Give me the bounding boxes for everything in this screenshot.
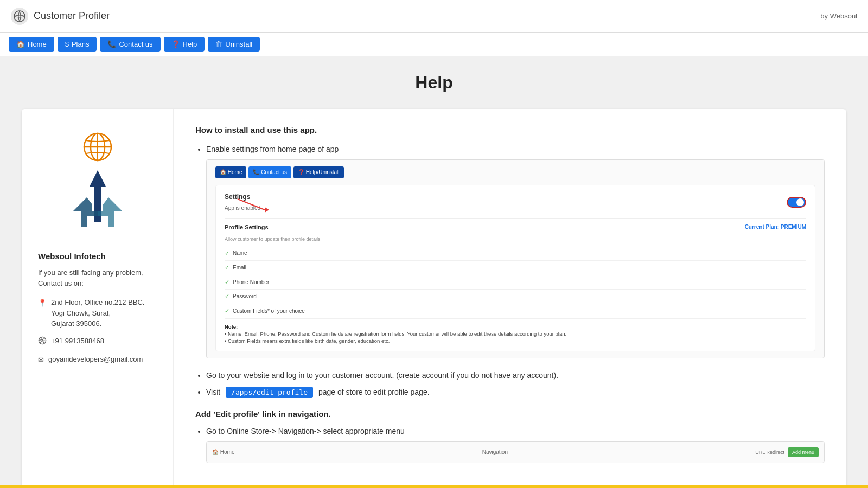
location-icon: 📍 bbox=[38, 298, 47, 309]
bullet-item-2: Go to your website and log in to your cu… bbox=[206, 369, 825, 381]
email-item: ✉ goyanidevelopers@gmail.com bbox=[38, 354, 143, 365]
app-title: Customer Profiler bbox=[34, 10, 110, 22]
address-text: 2nd Floor, Office no.212 BBC.Yogi Chowk,… bbox=[51, 297, 144, 329]
mock-profile-section: Profile Settings Current Plan: PREMIUM A… bbox=[225, 218, 806, 345]
main-content: Help bbox=[0, 56, 868, 488]
bullet-item-nav: Go to Online Store-> Navigation-> select… bbox=[206, 425, 825, 464]
nav-shot-actions: URL Redirect Add menu bbox=[755, 447, 819, 457]
nav-shot-navigation: Navigation bbox=[482, 448, 508, 457]
navbar: 🏠 Home $ Plans 📞 Contact us ❓ Help 🗑 Uni… bbox=[0, 33, 868, 56]
page-title: Help bbox=[22, 73, 846, 93]
nav-help-button[interactable]: ❓ Help bbox=[164, 37, 205, 52]
header-by: by Websoul bbox=[820, 12, 857, 20]
company-description: If you are still facing any problem, Con… bbox=[38, 267, 143, 288]
svg-line-9 bbox=[238, 199, 265, 210]
nav-home-button[interactable]: 🏠 Home bbox=[9, 37, 54, 52]
arrow-indicator bbox=[232, 194, 276, 215]
bullet-list-2: Go to your website and log in to your cu… bbox=[195, 369, 825, 398]
content-area: Websoul Infotech If you are still facing… bbox=[22, 109, 846, 488]
inline-code: /apps/edit-profile bbox=[226, 387, 313, 398]
header-left: Customer Profiler bbox=[11, 8, 110, 25]
app-screenshot-mockup: 🏠 Home 📞 Contact us ❓ Help/Uninstall bbox=[206, 159, 825, 358]
phone-number: +91 9913588468 bbox=[51, 336, 104, 346]
phone-icon bbox=[38, 336, 47, 348]
bullet-list-3: Go to Online Store-> Navigation-> select… bbox=[195, 425, 825, 464]
mock-nav-bar: 🏠 Home 📞 Contact us ❓ Help/Uninstall bbox=[215, 166, 815, 178]
nav-uninstall-button[interactable]: 🗑 Uninstall bbox=[208, 37, 260, 52]
mock-field-custom: ✓ Custom Fields* of your choice bbox=[225, 304, 806, 319]
bullet-item-1: Enable settings from home page of app 🏠 … bbox=[206, 143, 825, 358]
nav-shot-home: 🏠 Home bbox=[212, 448, 234, 457]
mock-contact-btn: 📞 Contact us bbox=[248, 166, 291, 178]
header: Customer Profiler by Websoul bbox=[0, 0, 868, 33]
nav-contact-button[interactable]: 📞 Contact us bbox=[100, 37, 160, 52]
right-content: How to install and use this app. Enable … bbox=[174, 109, 846, 488]
bottom-bar bbox=[0, 485, 868, 488]
mock-profile-label: Profile Settings bbox=[225, 223, 269, 233]
mock-note: Note: • Name, Email, Phone, Password and… bbox=[225, 323, 806, 345]
address-item: 📍 2nd Floor, Office no.212 BBC.Yogi Chow… bbox=[38, 297, 144, 329]
app-logo bbox=[11, 8, 28, 25]
add-menu-btn[interactable]: Add menu bbox=[788, 447, 819, 457]
globe-icon bbox=[81, 131, 114, 163]
company-name: Websoul Infotech bbox=[38, 252, 106, 261]
svg-marker-10 bbox=[265, 207, 269, 213]
company-logo-area bbox=[38, 131, 157, 241]
svg-point-0 bbox=[14, 11, 25, 22]
company-arrow-logo bbox=[71, 168, 125, 233]
mock-field-password: ✓ Password bbox=[225, 290, 806, 304]
mock-field-name: ✓ Name bbox=[225, 247, 806, 261]
mock-plan-text: Current Plan: PREMIUM bbox=[745, 223, 806, 232]
mock-settings-row: Settings App is enabled. bbox=[225, 192, 806, 212]
mock-field-phone: ✓ Phone Number bbox=[225, 275, 806, 290]
mock-settings-section: Settings App is enabled. Profile Setting… bbox=[215, 185, 815, 351]
mock-home-btn: 🏠 Home bbox=[215, 166, 246, 178]
mock-help-btn: ❓ Help/Uninstall bbox=[293, 166, 343, 178]
nav-plans-button[interactable]: $ Plans bbox=[58, 37, 97, 52]
bullet-item-3: Visit /apps/edit-profile page of store t… bbox=[206, 386, 825, 399]
left-sidebar: Websoul Infotech If you are still facing… bbox=[22, 109, 174, 488]
email-icon: ✉ bbox=[38, 355, 44, 365]
mock-field-email: ✓ Email bbox=[225, 261, 806, 275]
email-address: goyanidevelopers@gmail.com bbox=[48, 354, 143, 365]
mock-toggle bbox=[787, 197, 806, 208]
nav-screenshot-mockup: 🏠 Home Navigation URL Redirect Add menu bbox=[206, 441, 825, 463]
install-heading: How to install and use this app. bbox=[195, 125, 825, 134]
bullet-list-1: Enable settings from home page of app 🏠 … bbox=[195, 143, 825, 358]
phone-item: +91 9913588468 bbox=[38, 336, 104, 348]
nav-heading: Add 'Edit profile' link in navigation. bbox=[195, 409, 825, 419]
mock-profile-subtitle: Allow customer to update their profile d… bbox=[225, 235, 806, 243]
